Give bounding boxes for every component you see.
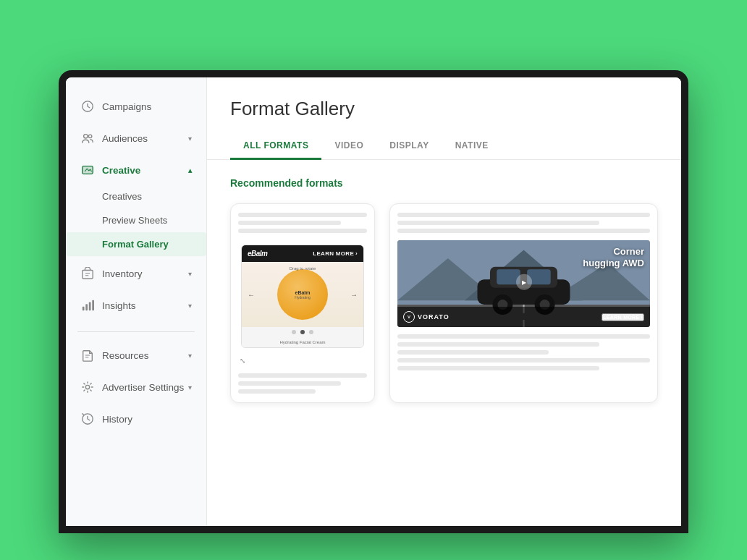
card-line-1	[238, 213, 367, 217]
device-frame: Campaigns Audiences ▾	[59, 70, 688, 533]
history-icon	[80, 412, 95, 426]
resources-chevron: ▾	[188, 352, 192, 360]
expand-icon[interactable]: ⤡	[238, 355, 247, 366]
car-headline: Cornerhugging AWD	[583, 246, 644, 268]
car-card-top-lines	[397, 213, 650, 233]
sidebar-item-campaigns[interactable]: Campaigns	[66, 92, 206, 121]
sidebar-sub-item-format-gallery-label: Format Gallery	[102, 239, 169, 250]
insights-chevron: ▾	[188, 302, 192, 310]
car-bottom-line-4	[397, 358, 650, 362]
main-content: Format Gallery ALL FORMATS VIDEO DISPLAY…	[207, 77, 681, 526]
sidebar-item-resources-label: Resources	[102, 350, 149, 361]
svg-rect-7	[89, 302, 91, 311]
tab-native[interactable]: NATIVE	[442, 133, 502, 160]
ad-product-label: Hydrating Facial Cream	[242, 337, 363, 347]
dot-1	[292, 330, 296, 334]
car-brand-text: VORATO	[418, 313, 450, 321]
car-bottom-line-5	[397, 366, 599, 370]
device-inner: Campaigns Audiences ▾	[66, 77, 681, 526]
resources-icon	[80, 348, 95, 362]
advertiser-settings-chevron: ▾	[188, 383, 192, 391]
creative-chevron: ▴	[188, 166, 192, 174]
sidebar-item-audiences-label: Audiences	[102, 133, 148, 144]
sidebar-section-inventory: Inventory ▾	[66, 259, 206, 288]
svg-rect-5	[83, 307, 85, 310]
dot-2	[300, 330, 305, 334]
sidebar-item-resources[interactable]: Resources ▾	[66, 341, 206, 370]
ad-product-text: eBalm Hydrating	[295, 290, 310, 300]
svg-rect-8	[92, 300, 94, 310]
car-text-overlay: Cornerhugging AWD	[583, 246, 644, 268]
svg-rect-6	[85, 304, 88, 310]
sidebar-section-insights: Insights ▾	[66, 291, 206, 320]
drag-rotate-label: Drag to rotate	[290, 266, 316, 271]
sidebar-item-history[interactable]: History	[66, 404, 206, 433]
dot-3	[309, 330, 313, 334]
bottom-line-2	[238, 381, 341, 386]
car-bottom-line-3	[397, 350, 549, 355]
sidebar-section-campaigns: Campaigns	[66, 92, 206, 121]
sidebar-sub-item-creatives-label: Creatives	[102, 191, 142, 202]
sidebar-item-creative[interactable]: Creative ▴	[66, 156, 206, 184]
tab-display[interactable]: DISPLAY	[376, 133, 442, 160]
sidebar-item-inventory[interactable]: Inventory ▾	[66, 259, 206, 288]
ad-phone-mockup: eBalm LEARN MORE › eBalm	[241, 245, 364, 348]
svg-point-9	[85, 385, 89, 389]
car-top-line-1	[397, 213, 650, 217]
ad-brand: eBalm	[248, 250, 268, 258]
sidebar-section-history: History	[66, 404, 206, 433]
sidebar-item-advertiser-settings[interactable]: Advertiser Settings ▾	[66, 373, 206, 402]
sidebar-divider	[77, 331, 195, 332]
page-title: Format Gallery	[230, 98, 658, 120]
ad-product-circle: eBalm Hydrating	[277, 269, 328, 320]
sidebar-item-audiences[interactable]: Audiences ▾	[66, 124, 206, 153]
sidebar-sub-item-preview-sheets[interactable]: Preview Sheets	[66, 208, 206, 232]
sidebar-sub-item-creatives[interactable]: Creatives	[66, 184, 206, 208]
product-tagline: Hydrating	[295, 295, 310, 300]
car-overlay: V VORATO LEARN MORE ›	[397, 307, 650, 327]
audiences-chevron: ▾	[188, 135, 192, 143]
car-bottom-lines	[397, 334, 650, 370]
car-brand-area: V VORATO	[403, 311, 450, 323]
bottom-line-3	[238, 389, 316, 394]
svg-point-1	[84, 135, 88, 138]
car-top-line-2	[397, 221, 599, 225]
car-ad-image: ▶ Cornerhugging AWD V VORATO	[397, 240, 650, 327]
tabs-container: ALL FORMATS VIDEO DISPLAY NATIVE	[230, 133, 658, 159]
ad-brand-logo: eBalm	[248, 250, 268, 258]
card-bottom-lines	[238, 373, 367, 394]
ad-banner: eBalm LEARN MORE ›	[242, 245, 363, 262]
cards-row: eBalm LEARN MORE › eBalm	[230, 203, 658, 403]
creative-icon	[80, 163, 95, 177]
sidebar-item-creative-label: Creative	[102, 165, 140, 176]
audiences-icon	[80, 131, 95, 145]
ad-card-car: ▶ Cornerhugging AWD V VORATO	[389, 203, 658, 403]
ad-card-mobile: eBalm LEARN MORE › eBalm	[230, 203, 375, 403]
inventory-icon	[80, 266, 95, 281]
ad-product-area: eBalm Hydrating ← → Drag to rotate	[242, 262, 363, 327]
campaigns-icon	[80, 99, 95, 114]
sidebar-section-audiences: Audiences ▾	[66, 124, 206, 153]
svg-rect-4	[83, 271, 93, 279]
svg-rect-3	[83, 166, 93, 174]
sidebar-item-campaigns-label: Campaigns	[102, 101, 151, 112]
next-arrow[interactable]: →	[350, 291, 358, 299]
prev-arrow[interactable]: ←	[248, 291, 255, 299]
sidebar-sub-item-format-gallery[interactable]: Format Gallery	[66, 232, 206, 256]
sidebar-item-insights[interactable]: Insights ▾	[66, 291, 206, 320]
car-brand-icon: V	[403, 311, 415, 323]
ad-nav-dots	[242, 327, 363, 337]
card-line-3	[238, 229, 367, 233]
car-learn-more-button[interactable]: LEARN MORE ›	[602, 313, 644, 321]
tab-all-formats[interactable]: ALL FORMATS	[230, 133, 321, 160]
sidebar-item-advertiser-settings-label: Advertiser Settings	[102, 382, 184, 393]
sidebar-section-resources: Resources ▾	[66, 341, 206, 370]
sidebar-item-inventory-label: Inventory	[102, 268, 143, 279]
sidebar-section-advertiser-settings: Advertiser Settings ▾	[66, 373, 206, 402]
card-top-lines	[238, 213, 367, 233]
sidebar-item-insights-label: Insights	[102, 300, 136, 311]
play-button[interactable]: ▶	[516, 274, 532, 290]
ad-learn-more-button[interactable]: LEARN MORE ›	[313, 250, 358, 257]
settings-icon	[80, 380, 95, 394]
tab-video[interactable]: VIDEO	[321, 133, 376, 160]
